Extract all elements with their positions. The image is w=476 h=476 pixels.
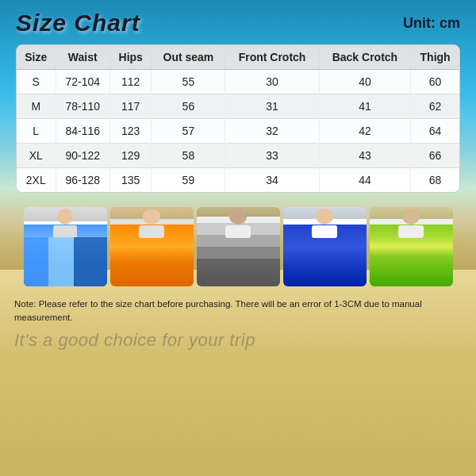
table-cell: 40 bbox=[319, 70, 411, 94]
table-cell: 56 bbox=[152, 94, 225, 119]
table-cell: 78-110 bbox=[56, 94, 109, 119]
table-cell: 33 bbox=[225, 144, 319, 168]
table-cell: 32 bbox=[225, 119, 319, 144]
table-cell: 57 bbox=[152, 119, 225, 144]
chart-section: Size Chart Unit: cm Size Waist Hips Out … bbox=[0, 0, 476, 201]
short-item-5 bbox=[370, 207, 453, 286]
table-cell: 66 bbox=[411, 144, 459, 168]
table-cell: 84-116 bbox=[56, 119, 109, 144]
table-cell: 30 bbox=[225, 70, 319, 94]
table-row: XL90-12212958334366 bbox=[17, 144, 459, 168]
table-header-row: Size Waist Hips Out seam Front Crotch Ba… bbox=[17, 45, 459, 70]
table-cell: 2XL bbox=[17, 168, 56, 193]
table-row: 2XL96-12813559344468 bbox=[17, 168, 459, 193]
tagline: It's a good choice for your trip bbox=[0, 327, 476, 351]
col-size: Size bbox=[17, 45, 56, 70]
col-front-crotch: Front Crotch bbox=[225, 45, 319, 70]
col-back-crotch: Back Crotch bbox=[319, 45, 411, 70]
chart-header: Size Chart Unit: cm bbox=[16, 10, 460, 36]
table-cell: L bbox=[17, 119, 56, 144]
table-cell: 129 bbox=[110, 144, 152, 168]
col-thigh: Thigh bbox=[411, 45, 459, 70]
col-hips: Hips bbox=[110, 45, 152, 70]
table-cell: 64 bbox=[411, 119, 459, 144]
note-section: Note: Please refer to the size chart bef… bbox=[0, 291, 476, 327]
size-table-container: Size Waist Hips Out seam Front Crotch Ba… bbox=[16, 44, 460, 193]
table-cell: 41 bbox=[319, 94, 411, 119]
table-cell: 60 bbox=[411, 70, 459, 94]
short-item-3 bbox=[197, 207, 280, 286]
chart-title: Size Chart bbox=[16, 10, 140, 36]
table-cell: 68 bbox=[411, 168, 459, 193]
col-waist: Waist bbox=[56, 45, 109, 70]
table-cell: 42 bbox=[319, 119, 411, 144]
table-cell: 59 bbox=[152, 168, 225, 193]
shorts-section bbox=[0, 201, 476, 291]
table-cell: 43 bbox=[319, 144, 411, 168]
table-cell: XL bbox=[17, 144, 56, 168]
table-row: S72-10411255304060 bbox=[17, 70, 459, 94]
table-cell: 31 bbox=[225, 94, 319, 119]
table-body: S72-10411255304060M78-11011756314162L84-… bbox=[17, 70, 459, 193]
table-cell: 72-104 bbox=[56, 70, 109, 94]
note-text: Note: Please refer to the size chart bef… bbox=[14, 298, 462, 325]
short-item-2 bbox=[110, 207, 194, 286]
table-row: M78-11011756314162 bbox=[17, 94, 459, 119]
table-cell: 34 bbox=[225, 168, 319, 193]
unit-label: Unit: cm bbox=[403, 15, 460, 32]
table-row: L84-11612357324264 bbox=[17, 119, 459, 144]
col-outseam: Out seam bbox=[152, 45, 225, 70]
short-item-4 bbox=[283, 207, 367, 286]
table-cell: M bbox=[17, 94, 56, 119]
table-cell: 55 bbox=[152, 70, 225, 94]
table-cell: 117 bbox=[110, 94, 152, 119]
table-cell: 62 bbox=[411, 94, 459, 119]
size-table: Size Waist Hips Out seam Front Crotch Ba… bbox=[17, 45, 459, 192]
table-cell: 90-122 bbox=[56, 144, 109, 168]
table-cell: 44 bbox=[319, 168, 411, 193]
table-cell: 96-128 bbox=[56, 168, 109, 193]
table-cell: 123 bbox=[110, 119, 152, 144]
table-cell: S bbox=[17, 70, 56, 94]
table-cell: 135 bbox=[110, 168, 152, 193]
table-cell: 112 bbox=[110, 70, 152, 94]
table-cell: 58 bbox=[152, 144, 225, 168]
short-item-1 bbox=[24, 207, 107, 286]
